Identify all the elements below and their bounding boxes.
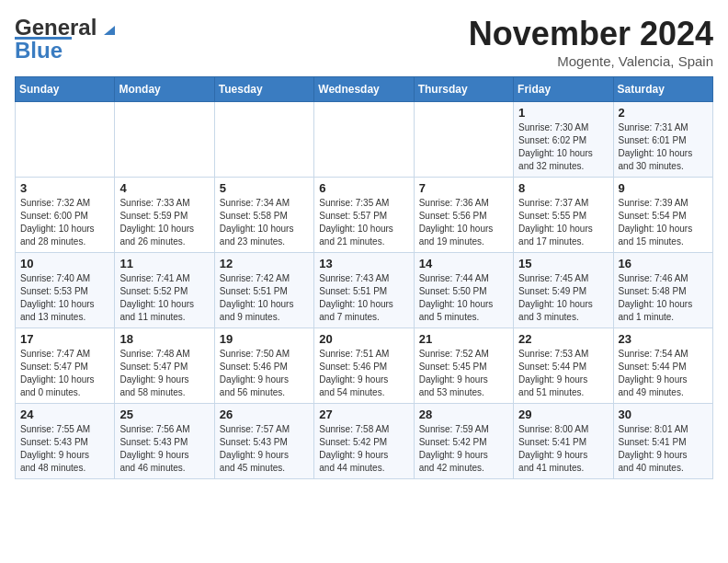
day-number: 23 — [619, 332, 708, 346]
calendar-cell: 6Sunrise: 7:35 AM Sunset: 5:57 PM Daylig… — [314, 178, 414, 253]
day-info: Sunrise: 7:48 AM Sunset: 5:47 PM Dayligh… — [119, 348, 209, 399]
header-saturday: Saturday — [613, 77, 712, 102]
logo: General Blue — [15, 15, 119, 63]
day-number: 17 — [20, 332, 109, 346]
day-number: 24 — [20, 408, 109, 421]
week-row-3: 10Sunrise: 7:40 AM Sunset: 5:53 PM Dayli… — [16, 253, 713, 328]
day-number: 3 — [20, 181, 109, 195]
calendar-cell: 5Sunrise: 7:34 AM Sunset: 5:58 PM Daylig… — [214, 178, 313, 253]
calendar-cell: 3Sunrise: 7:32 AM Sunset: 6:00 PM Daylig… — [16, 178, 115, 253]
calendar-cell: 23Sunrise: 7:54 AM Sunset: 5:44 PM Dayli… — [613, 328, 712, 404]
day-info: Sunrise: 7:44 AM Sunset: 5:50 PM Dayligh… — [419, 272, 508, 324]
calendar-cell: 12Sunrise: 7:42 AM Sunset: 5:51 PM Dayli… — [214, 253, 313, 328]
week-row-4: 17Sunrise: 7:47 AM Sunset: 5:47 PM Dayli… — [16, 328, 713, 404]
logo-blue: Blue — [15, 38, 63, 63]
day-number: 15 — [518, 257, 608, 270]
day-info: Sunrise: 7:54 AM Sunset: 5:44 PM Dayligh… — [619, 348, 708, 399]
day-number: 13 — [319, 257, 408, 270]
day-number: 8 — [518, 181, 608, 195]
day-info: Sunrise: 7:57 AM Sunset: 5:43 PM Dayligh… — [220, 423, 309, 475]
day-info: Sunrise: 7:47 AM Sunset: 5:47 PM Dayligh… — [20, 348, 109, 399]
week-row-1: 1Sunrise: 7:30 AM Sunset: 6:02 PM Daylig… — [16, 102, 713, 178]
day-info: Sunrise: 7:31 AM Sunset: 6:01 PM Dayligh… — [619, 121, 708, 173]
day-number: 28 — [419, 408, 508, 421]
day-info: Sunrise: 7:59 AM Sunset: 5:42 PM Dayligh… — [419, 423, 508, 475]
calendar-cell — [414, 102, 513, 178]
day-info: Sunrise: 7:35 AM Sunset: 5:57 PM Dayligh… — [319, 197, 408, 248]
day-info: Sunrise: 8:01 AM Sunset: 5:41 PM Dayligh… — [619, 423, 708, 475]
day-info: Sunrise: 7:56 AM Sunset: 5:43 PM Dayligh… — [119, 423, 209, 475]
day-number: 12 — [220, 257, 309, 270]
day-number: 27 — [319, 408, 408, 421]
calendar-cell: 28Sunrise: 7:59 AM Sunset: 5:42 PM Dayli… — [414, 404, 513, 479]
calendar-cell — [115, 102, 214, 178]
page-title: November 2024 — [469, 15, 713, 53]
calendar-cell — [214, 102, 313, 178]
day-info: Sunrise: 8:00 AM Sunset: 5:41 PM Dayligh… — [518, 423, 608, 475]
calendar-cell: 17Sunrise: 7:47 AM Sunset: 5:47 PM Dayli… — [16, 328, 115, 404]
day-number: 20 — [319, 332, 408, 346]
calendar-cell: 24Sunrise: 7:55 AM Sunset: 5:43 PM Dayli… — [16, 404, 115, 479]
day-info: Sunrise: 7:34 AM Sunset: 5:58 PM Dayligh… — [220, 197, 309, 248]
day-info: Sunrise: 7:36 AM Sunset: 5:56 PM Dayligh… — [419, 197, 508, 248]
calendar-cell: 20Sunrise: 7:51 AM Sunset: 5:46 PM Dayli… — [314, 328, 414, 404]
day-number: 16 — [619, 257, 708, 270]
calendar-cell: 19Sunrise: 7:50 AM Sunset: 5:46 PM Dayli… — [214, 328, 313, 404]
calendar-cell: 21Sunrise: 7:52 AM Sunset: 5:45 PM Dayli… — [414, 328, 513, 404]
day-number: 26 — [220, 408, 309, 421]
header-sunday: Sunday — [16, 77, 115, 102]
day-number: 21 — [419, 332, 508, 346]
calendar-cell: 4Sunrise: 7:33 AM Sunset: 5:59 PM Daylig… — [115, 178, 214, 253]
title-block: November 2024 Mogente, Valencia, Spain — [469, 15, 713, 69]
header-friday: Friday — [514, 77, 613, 102]
svg-marker-0 — [104, 26, 115, 35]
calendar-cell: 29Sunrise: 8:00 AM Sunset: 5:41 PM Dayli… — [514, 404, 613, 479]
calendar-cell: 18Sunrise: 7:48 AM Sunset: 5:47 PM Dayli… — [115, 328, 214, 404]
day-number: 7 — [419, 181, 508, 195]
day-number: 5 — [220, 181, 309, 195]
calendar-cell: 10Sunrise: 7:40 AM Sunset: 5:53 PM Dayli… — [16, 253, 115, 328]
day-number: 10 — [20, 257, 109, 270]
day-number: 1 — [518, 106, 608, 120]
day-info: Sunrise: 7:43 AM Sunset: 5:51 PM Dayligh… — [319, 272, 408, 324]
calendar-cell: 27Sunrise: 7:58 AM Sunset: 5:42 PM Dayli… — [314, 404, 414, 479]
day-info: Sunrise: 7:50 AM Sunset: 5:46 PM Dayligh… — [220, 348, 309, 399]
calendar-cell: 1Sunrise: 7:30 AM Sunset: 6:02 PM Daylig… — [514, 102, 613, 178]
calendar-cell: 7Sunrise: 7:36 AM Sunset: 5:56 PM Daylig… — [414, 178, 513, 253]
day-number: 25 — [119, 408, 209, 421]
calendar-cell: 25Sunrise: 7:56 AM Sunset: 5:43 PM Dayli… — [115, 404, 214, 479]
day-info: Sunrise: 7:55 AM Sunset: 5:43 PM Dayligh… — [20, 423, 109, 475]
calendar-cell: 11Sunrise: 7:41 AM Sunset: 5:52 PM Dayli… — [115, 253, 214, 328]
day-info: Sunrise: 7:42 AM Sunset: 5:51 PM Dayligh… — [220, 272, 309, 324]
calendar-cell: 14Sunrise: 7:44 AM Sunset: 5:50 PM Dayli… — [414, 253, 513, 328]
calendar-cell: 16Sunrise: 7:46 AM Sunset: 5:48 PM Dayli… — [613, 253, 712, 328]
day-info: Sunrise: 7:33 AM Sunset: 5:59 PM Dayligh… — [119, 197, 209, 248]
header-wednesday: Wednesday — [314, 77, 414, 102]
day-number: 6 — [319, 181, 408, 195]
calendar-cell — [314, 102, 414, 178]
day-number: 2 — [619, 106, 708, 120]
day-info: Sunrise: 7:45 AM Sunset: 5:49 PM Dayligh… — [518, 272, 608, 324]
day-number: 30 — [619, 408, 708, 421]
calendar-cell: 2Sunrise: 7:31 AM Sunset: 6:01 PM Daylig… — [613, 102, 712, 178]
day-number: 19 — [220, 332, 309, 346]
day-info: Sunrise: 7:51 AM Sunset: 5:46 PM Dayligh… — [319, 348, 408, 399]
day-info: Sunrise: 7:40 AM Sunset: 5:53 PM Dayligh… — [20, 272, 109, 324]
logo-icon — [98, 18, 119, 39]
calendar-table: SundayMondayTuesdayWednesdayThursdayFrid… — [15, 76, 713, 479]
week-row-5: 24Sunrise: 7:55 AM Sunset: 5:43 PM Dayli… — [16, 404, 713, 479]
calendar-cell: 9Sunrise: 7:39 AM Sunset: 5:54 PM Daylig… — [613, 178, 712, 253]
day-info: Sunrise: 7:37 AM Sunset: 5:55 PM Dayligh… — [518, 197, 608, 248]
calendar-cell: 8Sunrise: 7:37 AM Sunset: 5:55 PM Daylig… — [514, 178, 613, 253]
day-number: 18 — [119, 332, 209, 346]
header-monday: Monday — [115, 77, 214, 102]
day-info: Sunrise: 7:46 AM Sunset: 5:48 PM Dayligh… — [619, 272, 708, 324]
day-number: 22 — [518, 332, 608, 346]
week-row-2: 3Sunrise: 7:32 AM Sunset: 6:00 PM Daylig… — [16, 178, 713, 253]
day-number: 9 — [619, 181, 708, 195]
calendar-header-row: SundayMondayTuesdayWednesdayThursdayFrid… — [16, 77, 713, 102]
header-tuesday: Tuesday — [214, 77, 313, 102]
calendar-cell: 15Sunrise: 7:45 AM Sunset: 5:49 PM Dayli… — [514, 253, 613, 328]
calendar-cell: 30Sunrise: 8:01 AM Sunset: 5:41 PM Dayli… — [613, 404, 712, 479]
day-number: 14 — [419, 257, 508, 270]
